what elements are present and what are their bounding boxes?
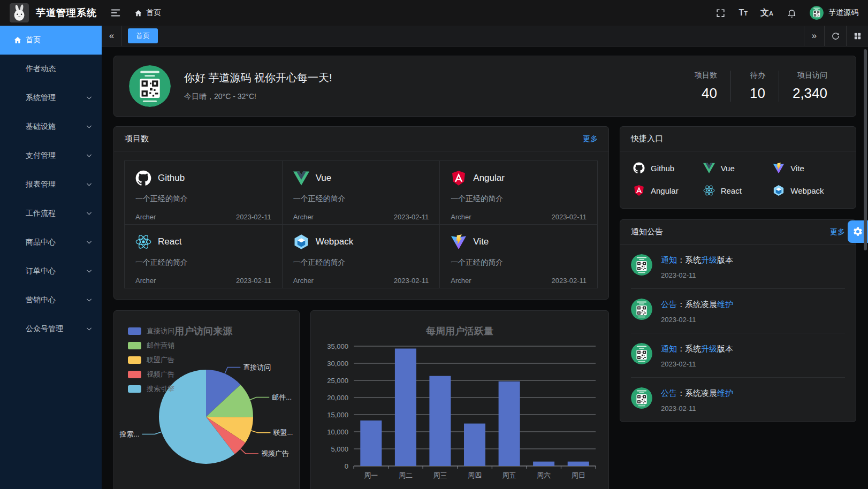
project-name: Github [158, 173, 185, 184]
notice-item[interactable]: 通知：系统升级版本 2023-02-11 [631, 244, 845, 289]
sidebar-item-系统管理[interactable]: 系统管理 [0, 83, 102, 112]
shortcut-item[interactable]: React [703, 185, 773, 196]
project-date: 2023-02-11 [551, 213, 587, 221]
project-name: Webpack [316, 236, 354, 247]
project-author: Archer [135, 277, 156, 285]
notice-avatar [631, 254, 652, 276]
sidebar-item-工作流程[interactable]: 工作流程 [0, 199, 102, 228]
language-icon[interactable]: 文A [760, 9, 773, 17]
project-card[interactable]: Angular 一个正经的简介 Archer 2023-02-11 [439, 161, 598, 225]
pie-chart-card: 用户访问来源 直接访问 邮件营销 联盟广告 视频广告 搜索引擎 直接访问邮件..… [113, 310, 300, 489]
project-date: 2023-02-11 [236, 277, 271, 285]
shortcut-item[interactable]: Vite [773, 162, 843, 174]
vite-icon [773, 162, 785, 174]
project-card[interactable]: Vue 一个正经的简介 Archer 2023-02-11 [282, 161, 440, 225]
project-card[interactable]: Webpack 一个正经的简介 Archer 2023-02-11 [282, 224, 440, 288]
notices-more-link[interactable]: 更多 [830, 227, 845, 237]
sidebar-item-label: 系统管理 [26, 93, 56, 103]
notification-bell-icon[interactable] [786, 7, 797, 18]
breadcrumb[interactable]: 首页 [134, 8, 161, 18]
font-size-icon[interactable]: TT [739, 9, 748, 17]
legend-item[interactable]: 视频广告 [128, 370, 174, 379]
notice-date: 2023-02-11 [661, 404, 733, 412]
svg-text:30,000: 30,000 [327, 360, 348, 368]
notice-item[interactable]: 公告：系统凌晨维护 2023-02-11 [631, 289, 845, 333]
sidebar-item-报表管理[interactable]: 报表管理 [0, 170, 102, 199]
legend-swatch [128, 342, 141, 349]
stat-projects: 项目数 40 [681, 71, 730, 102]
shortcuts-card-title: 快捷入口 [631, 134, 663, 144]
legend-item[interactable]: 邮件营销 [128, 341, 174, 350]
svg-text:周四: 周四 [468, 471, 482, 479]
project-author: Archer [293, 213, 314, 221]
stat-visits: 项目访问 2,340 [779, 71, 841, 102]
project-name: Angular [473, 173, 505, 184]
sidebar-item-公众号管理[interactable]: 公众号管理 [0, 315, 102, 343]
svg-text:0: 0 [345, 462, 348, 470]
user-avatar [810, 6, 824, 20]
layout-grid-icon[interactable] [846, 26, 868, 46]
project-description: 一个正经的简介 [293, 258, 429, 268]
chevron-down-icon [86, 326, 93, 333]
sidebar-item-基础设施[interactable]: 基础设施 [0, 112, 102, 141]
shortcut-item[interactable]: Github [633, 162, 703, 174]
chevron-down-icon [86, 124, 93, 131]
svg-text:搜索...: 搜索... [119, 430, 140, 438]
sidebar-item-首页[interactable]: 首页 [0, 26, 102, 55]
vertical-scrollbar[interactable] [864, 49, 867, 250]
legend-item[interactable]: 直接访问 [128, 326, 174, 336]
shortcut-item[interactable]: Angular [633, 185, 703, 196]
projects-more-link[interactable]: 更多 [583, 134, 598, 144]
chevron-down-icon [86, 95, 93, 102]
gear-icon [852, 226, 863, 237]
home-icon [134, 9, 142, 17]
sidebar-item-作者动态[interactable]: 作者动态 [0, 55, 102, 83]
notice-avatar [631, 299, 652, 320]
right-column: 快捷入口 Github Vue Vite Angular React Webpa… [620, 126, 856, 489]
sidebar: 首页 作者动态 系统管理 基础设施 支付管理 报表管理 工作流程 商品中心 订单… [0, 26, 102, 489]
notice-avatar [631, 343, 652, 364]
tab-home[interactable]: 首页 [128, 28, 158, 43]
pie-legend: 直接访问 邮件营销 联盟广告 视频广告 搜索引擎 [128, 326, 174, 394]
chevron-down-icon [86, 268, 93, 275]
sidebar-item-商品中心[interactable]: 商品中心 [0, 228, 102, 257]
project-card[interactable]: React 一个正经的简介 Archer 2023-02-11 [124, 224, 283, 288]
svg-text:视频广告: 视频广告 [261, 449, 289, 457]
notice-item[interactable]: 公告：系统凌晨维护 2023-02-11 [631, 378, 845, 422]
greeting-stats: 项目数 40 待办 10 项目访问 2,340 [681, 71, 841, 102]
shortcut-label: Github [651, 164, 674, 173]
projects-card: 项目数 更多 Github 一个正经的简介 Archer 2023-02-11 … [113, 126, 609, 300]
sidebar-item-订单中心[interactable]: 订单中心 [0, 257, 102, 286]
project-card[interactable]: Github 一个正经的简介 Archer 2023-02-11 [124, 161, 283, 225]
sidebar-item-label: 订单中心 [26, 266, 56, 276]
project-description: 一个正经的简介 [135, 258, 271, 268]
legend-item[interactable]: 联盟广告 [128, 355, 174, 365]
sidebar-item-label: 报表管理 [26, 180, 56, 189]
stat-value: 10 [744, 85, 765, 102]
bar-chart-title: 每周用户活跃量 [311, 325, 608, 338]
sidebar-item-支付管理[interactable]: 支付管理 [0, 141, 102, 170]
svg-text:35,000: 35,000 [327, 342, 348, 350]
project-name: Vue [316, 173, 332, 184]
webpack-icon [773, 185, 785, 196]
project-author: Archer [135, 213, 156, 221]
refresh-icon[interactable] [824, 26, 846, 46]
tabs-scroll-right-icon[interactable]: » [804, 26, 824, 46]
fullscreen-icon[interactable] [715, 7, 726, 18]
chevron-down-icon [86, 210, 93, 217]
sidebar-item-label: 首页 [26, 35, 41, 45]
chevron-down-icon [86, 181, 93, 188]
legend-item[interactable]: 搜索引擎 [128, 384, 174, 394]
notice-item[interactable]: 通知：系统升级版本 2023-02-11 [631, 333, 845, 378]
sidebar-item-label: 营销中心 [26, 295, 56, 305]
project-author: Archer [451, 213, 471, 221]
user-menu[interactable]: 芋道源码 [810, 6, 858, 20]
greeting-avatar [129, 65, 171, 107]
tabs-scroll-left-icon[interactable]: « [102, 26, 122, 46]
project-card[interactable]: Vite 一个正经的简介 Archer 2023-02-11 [439, 224, 598, 288]
svg-text:邮件...: 邮件... [272, 393, 292, 401]
shortcut-item[interactable]: Vue [703, 162, 773, 174]
menu-collapse-icon[interactable] [110, 7, 121, 19]
shortcut-item[interactable]: Webpack [773, 185, 843, 196]
sidebar-item-营销中心[interactable]: 营销中心 [0, 286, 102, 315]
